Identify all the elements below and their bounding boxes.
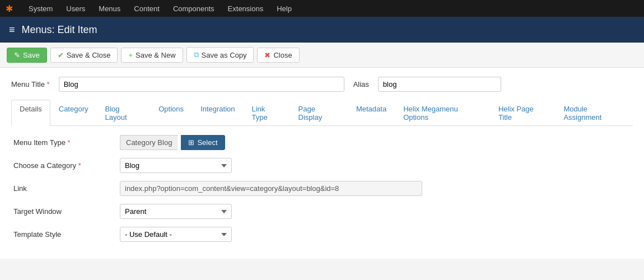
category-row: Choose a Category Blog <box>13 158 631 173</box>
template-style-control: - Use Default - <box>120 227 232 242</box>
nav-extensions[interactable]: Extensions <box>221 0 270 17</box>
link-row: Link <box>13 181 631 196</box>
target-window-select[interactable]: Parent <box>120 204 232 219</box>
tab-category[interactable]: Category <box>50 100 97 126</box>
menu-title-input[interactable] <box>59 77 344 92</box>
copy-icon: ⧉ <box>194 50 199 59</box>
template-style-select[interactable]: - Use Default - <box>120 227 232 242</box>
nav-system[interactable]: System <box>22 0 59 17</box>
topnav-bar: ✱ System Users Menus Content Components … <box>0 0 644 17</box>
header-bar: ≡ Menus: Edit Item <box>0 17 644 43</box>
content-area: Menu Title Alias Details Category Blog L… <box>0 68 644 259</box>
link-label: Link <box>13 184 120 193</box>
nav-content[interactable]: Content <box>127 0 166 17</box>
save-button[interactable]: ✎ Save <box>7 48 47 63</box>
save-close-label: Save & Close <box>67 51 111 59</box>
target-window-control: Parent <box>120 204 232 219</box>
menu-icon: ≡ <box>9 24 15 36</box>
menu-title-label: Menu Title <box>11 80 50 88</box>
topnav: System Users Menus Content Components Ex… <box>22 0 298 17</box>
alias-input[interactable] <box>378 77 501 92</box>
tabs-bar: Details Category Blog Layout Options Int… <box>11 100 633 126</box>
plus-icon: + <box>128 51 133 59</box>
save-new-button[interactable]: + Save & New <box>121 48 183 63</box>
select-button[interactable]: ⊞ Select <box>181 135 225 150</box>
close-label: Close <box>273 51 292 59</box>
nav-components[interactable]: Components <box>166 0 221 17</box>
nav-menus[interactable]: Menus <box>92 0 127 17</box>
template-style-label: Template Style <box>13 230 120 239</box>
menu-item-type-row: Menu Item Type Category Blog ⊞ Select <box>13 135 631 150</box>
save-copy-button[interactable]: ⧉ Save as Copy <box>186 47 254 63</box>
tab-blog-layout[interactable]: Blog Layout <box>97 100 151 126</box>
tab-page-display[interactable]: Page Display <box>290 100 348 126</box>
category-select[interactable]: Blog <box>120 158 232 173</box>
save-new-label: Save & New <box>136 51 176 59</box>
template-style-row: Template Style - Use Default - <box>13 227 631 242</box>
menu-title-row: Menu Title Alias <box>11 77 633 92</box>
target-window-label: Target Window <box>13 207 120 216</box>
nav-users[interactable]: Users <box>59 0 92 17</box>
save-copy-label: Save as Copy <box>202 51 247 59</box>
toolbar: ✎ Save ✔ Save & Close + Save & New ⧉ Sav… <box>0 43 644 68</box>
save-label: Save <box>23 51 40 59</box>
tab-integration[interactable]: Integration <box>192 100 243 126</box>
tab-helix-megamenu[interactable]: Helix Megamenu Options <box>395 100 490 126</box>
tab-details[interactable]: Details <box>11 100 50 126</box>
grid-icon: ⊞ <box>188 138 194 147</box>
tab-helix-page-title[interactable]: Helix Page Title <box>490 100 555 126</box>
target-window-row: Target Window Parent <box>13 204 631 219</box>
category-control: Blog <box>120 158 232 173</box>
tab-module-assignment[interactable]: Module Assignment <box>555 100 633 126</box>
nav-help[interactable]: Help <box>270 0 298 17</box>
category-label: Choose a Category <box>13 161 120 170</box>
close-icon: ✖ <box>264 51 270 59</box>
save-icon: ✎ <box>14 51 20 59</box>
tab-metadata[interactable]: Metadata <box>348 100 395 126</box>
page-title: Menus: Edit Item <box>22 24 97 36</box>
select-label: Select <box>197 138 217 147</box>
logo-icon: ✱ <box>6 3 13 14</box>
check-icon: ✔ <box>58 51 64 59</box>
tab-options[interactable]: Options <box>150 100 192 126</box>
tab-link-type[interactable]: Link Type <box>244 100 290 126</box>
close-button[interactable]: ✖ Close <box>257 48 299 63</box>
save-close-button[interactable]: ✔ Save & Close <box>50 48 118 63</box>
alias-label: Alias <box>353 80 369 88</box>
menu-item-type-control: Category Blog ⊞ Select <box>120 135 225 150</box>
menu-item-type-value: Category Blog <box>120 135 178 150</box>
link-input <box>120 181 422 196</box>
menu-item-type-label: Menu Item Type <box>13 138 120 147</box>
details-form: Menu Item Type Category Blog ⊞ Select Ch… <box>11 135 633 242</box>
link-control <box>120 181 422 196</box>
